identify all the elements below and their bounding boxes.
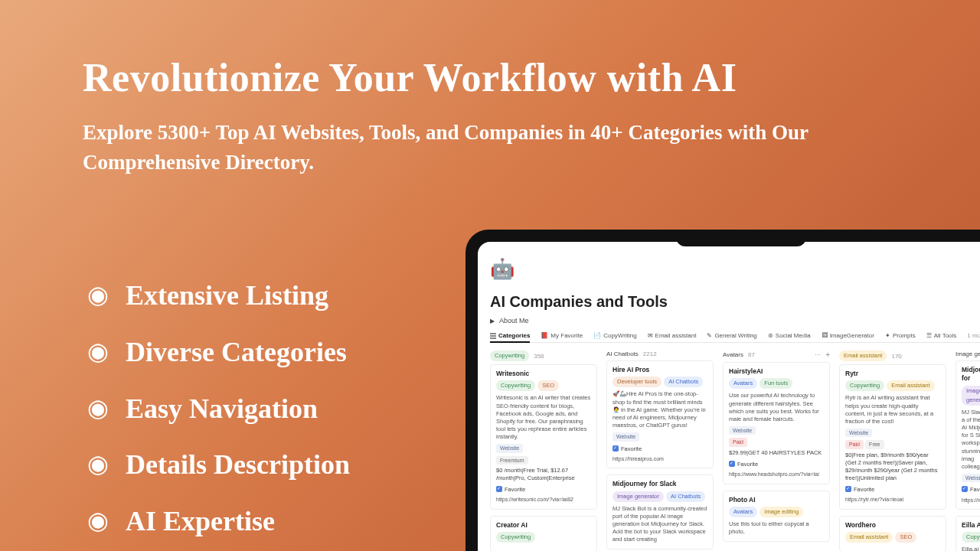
- badge-paid: Paid: [729, 438, 747, 446]
- tag: AI Chatbots: [664, 377, 703, 387]
- bullet-item: Extensive Listing: [87, 268, 350, 324]
- column-count: 358: [534, 353, 544, 360]
- tab-prompts[interactable]: ✦ Prompts: [885, 332, 916, 339]
- tab-imagegen[interactable]: 🖼 ImageGenerator: [822, 332, 874, 339]
- caret-right-icon: ▶: [490, 318, 495, 324]
- badge-website: Website: [612, 432, 639, 441]
- tag: Copywriting: [962, 532, 980, 543]
- card-title: Eilla AI: [962, 521, 980, 530]
- tag: Email assistant: [845, 532, 893, 543]
- tab-general[interactable]: ✎ General Writing: [707, 332, 756, 339]
- tabs-more[interactable]: 1 more...: [967, 332, 980, 339]
- tag: Developer tools: [612, 377, 662, 387]
- tablet-notch: [676, 230, 806, 246]
- badge-website: Website: [496, 444, 523, 452]
- favorite-check[interactable]: Favorite: [845, 485, 940, 494]
- bullet-item: Diverse Categories: [87, 324, 350, 381]
- card-desc: 🚀🦾Hire AI Pros is the one-stop-shop to f…: [612, 390, 707, 429]
- column-menu[interactable]: ⋯: [815, 351, 821, 358]
- tag: SEO: [895, 532, 916, 543]
- card-price: $0|Free plan, $9/month $90/year (Get 2 m…: [845, 452, 940, 483]
- badge-website: Website: [729, 426, 756, 435]
- card-rytr[interactable]: Rytr CopywritingEmail assistant Rytr is …: [839, 364, 946, 510]
- checkbox-icon: [845, 486, 851, 492]
- list-icon: [490, 333, 496, 339]
- favorite-check[interactable]: Favorite: [729, 460, 824, 468]
- card-photoai[interactable]: Photo AI AvatarsImage editing Use this t…: [723, 491, 830, 543]
- tag: Fun tools: [760, 378, 792, 389]
- card-title: Rytr: [845, 370, 940, 378]
- card-hairstyleai[interactable]: HairstyleAI AvatarsFun tools Use our pow…: [723, 362, 830, 484]
- tab-social[interactable]: ⊛ Social Media: [768, 332, 811, 339]
- favorite-check[interactable]: Favorite: [496, 485, 591, 494]
- card-desc: Use this tool to either copycat a photo,: [729, 520, 824, 536]
- card-title: HairstyleAI: [729, 367, 824, 376]
- card-desc: MJ Slack Bot is a of the popular AI Midj…: [962, 409, 980, 471]
- tab-email[interactable]: ✉ Email assistant: [648, 332, 697, 339]
- badge-free: Free: [865, 440, 884, 448]
- column-label: Image generat: [956, 350, 980, 357]
- tag: Image editing: [760, 507, 803, 517]
- badge-website: Website: [962, 474, 980, 482]
- tag: Copywriting: [496, 532, 535, 543]
- card-writesonic[interactable]: Writesonic CopywritingSEO Writesonic is …: [490, 364, 597, 510]
- view-tabs: Categories 📕 My Favorite 📄 CopyWriting ✉…: [490, 332, 980, 343]
- column-count: 87: [748, 351, 755, 358]
- card-desc: MJ Slack Bot is a community-created port…: [612, 505, 707, 544]
- card-creatorai[interactable]: Creator AI Copywriting: [490, 516, 597, 551]
- column: AI Chatbots2212 Hire AI Pros Developer t…: [606, 349, 714, 551]
- hero-headline: Revolutionize Your Workflow with AI: [83, 55, 934, 100]
- page-title: AI Companies and Tools: [490, 293, 980, 311]
- card-url: https://writesonic.com/?via=lai82: [496, 496, 591, 503]
- column-label: Copywriting: [490, 350, 529, 361]
- card-title: Creator AI: [496, 521, 591, 530]
- board-columns: Copywriting358 Writesonic CopywritingSEO…: [490, 349, 980, 551]
- card-url: https://mjslackbo: [962, 497, 980, 504]
- badge-pricing: Freemium: [496, 456, 528, 465]
- card-price: $29.99|GET 40 HAIRSTYLES PACK: [729, 449, 824, 457]
- tag: Avatars: [729, 507, 757, 517]
- checkbox-icon: [496, 486, 502, 492]
- tag: Copywriting: [496, 380, 535, 391]
- checkbox-icon: [612, 445, 619, 452]
- card-hireaipros[interactable]: Hire AI Pros Developer toolsAI Chatbots …: [606, 360, 714, 468]
- card-title: Writesonic: [496, 370, 591, 378]
- tag: SEO: [537, 380, 559, 391]
- tab-favorite[interactable]: 📕 My Favorite: [541, 332, 583, 339]
- bullet-item: AI Expertise: [87, 494, 350, 550]
- bullet-item: Easy Navigation: [87, 381, 350, 438]
- column: Email assistant170 Rytr CopywritingEmail…: [839, 349, 946, 551]
- card-url: https://rytr.me/?via=leoai: [845, 496, 940, 503]
- tag: Email assistant: [887, 380, 934, 391]
- card-title: Wordhero: [845, 521, 940, 530]
- card-url: https://www.headshotpro.com/?via=lai: [729, 471, 824, 478]
- bullet-item: Details Description: [87, 437, 350, 494]
- card-mjslack[interactable]: Midjourney for Slack Image generatorAI C…: [606, 474, 714, 549]
- checkbox-icon: [962, 486, 968, 492]
- tablet-mockup: 🤖 AI Companies and Tools ▶ About Me Cate…: [466, 230, 980, 551]
- about-toggle[interactable]: ▶ About Me: [490, 317, 980, 324]
- notion-screen: 🤖 AI Companies and Tools ▶ About Me Cate…: [478, 242, 980, 551]
- card-desc: Writesonic is an AI writer that creates …: [496, 394, 591, 441]
- tag: AI Chatbots: [666, 491, 705, 502]
- card-eilla[interactable]: Eilla AI Copywriting Eilla.ai is an AI-p…: [956, 516, 980, 551]
- card-title: Photo AI: [729, 496, 824, 504]
- card-desc: Eilla.ai is an AI-p generates high-q bus…: [962, 546, 980, 551]
- card-mj2[interactable]: Midjourney for Image generato MJ Slack B…: [956, 360, 980, 510]
- feature-bullets: Extensive Listing Diverse Categories Eas…: [87, 268, 350, 550]
- robot-icon: 🤖: [490, 257, 980, 281]
- card-url: https://hireaipros.com: [612, 455, 707, 462]
- tab-categories[interactable]: Categories: [490, 332, 530, 343]
- add-card-button[interactable]: +: [825, 350, 830, 359]
- badge-paid: Paid: [845, 440, 864, 448]
- tag: Image generato: [962, 386, 980, 406]
- tab-alltools[interactable]: ☰ All Tools: [926, 332, 957, 339]
- tab-copywriting[interactable]: 📄 CopyWriting: [593, 332, 636, 339]
- tag: Image generator: [612, 491, 664, 502]
- promo-stage: Revolutionize Your Workflow with AI Expl…: [0, 0, 980, 551]
- card-desc: Rytr is an AI writing assistant that hel…: [845, 394, 940, 425]
- card-wordhero[interactable]: Wordhero Email assistantSEO: [839, 516, 946, 551]
- favorite-check[interactable]: Favorite: [612, 445, 707, 453]
- column: Image generat Midjourney for Image gener…: [956, 349, 980, 551]
- favorite-check[interactable]: Favorite: [962, 485, 980, 494]
